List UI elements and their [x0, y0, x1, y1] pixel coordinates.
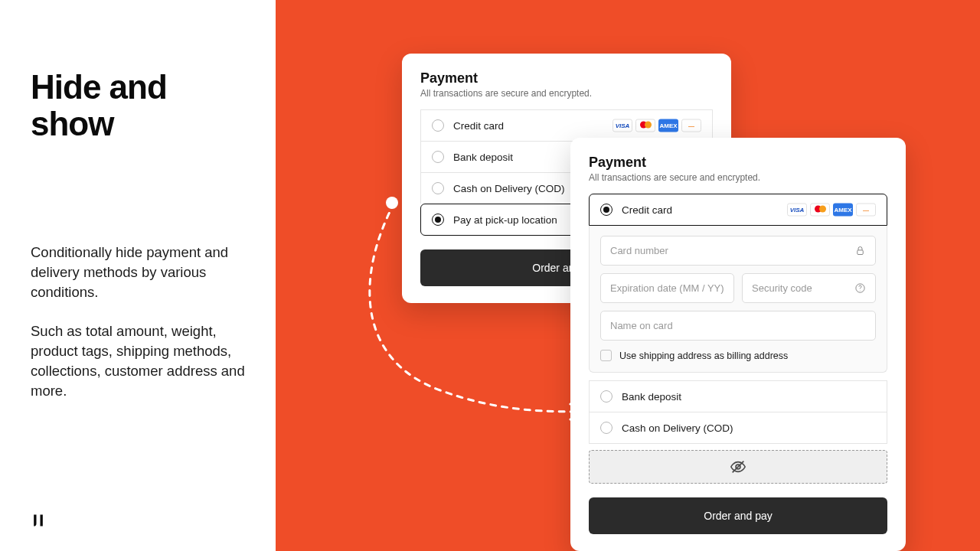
eye-off-icon — [730, 458, 746, 475]
payment-subtitle: All transactions are secure and encrypte… — [589, 172, 887, 183]
radio-icon — [600, 422, 612, 434]
hidden-payment-placeholder — [589, 450, 887, 484]
checkout-card-after: Payment All transactions are secure and … — [570, 138, 906, 551]
radio-icon — [432, 119, 444, 132]
mastercard-icon — [810, 204, 830, 217]
payment-option-cod[interactable]: Cash on Delivery (COD) — [589, 412, 887, 444]
payment-option-label: Cash on Delivery (COD) — [622, 422, 733, 434]
billing-address-checkbox[interactable]: Use shipping address as billing address — [600, 341, 876, 367]
radio-icon — [432, 214, 444, 226]
help-icon — [854, 282, 866, 294]
payment-option-label: Credit card — [453, 120, 504, 132]
card-number-field[interactable]: Card number — [600, 236, 876, 266]
visa-icon: VISA — [612, 119, 632, 132]
payment-option-label: Bank deposit — [622, 391, 681, 403]
svg-rect-0 — [858, 250, 864, 255]
amex-icon: AMEX — [658, 119, 678, 132]
radio-icon — [432, 182, 444, 194]
placeholder: Card number — [610, 245, 668, 256]
payment-title: Payment — [589, 155, 887, 171]
checkbox-icon — [600, 350, 612, 361]
checkbox-label: Use shipping address as billing address — [619, 350, 788, 361]
radio-icon — [432, 151, 444, 163]
placeholder: Security code — [752, 282, 812, 294]
discover-icon: — — [681, 119, 701, 132]
connector-start-dot — [386, 197, 398, 209]
placeholder: Name on card — [610, 320, 673, 331]
card-brand-icons: VISA AMEX — — [612, 119, 701, 132]
payment-title: Payment — [420, 70, 713, 86]
radio-icon — [600, 204, 612, 216]
payment-option-bank-deposit[interactable]: Bank deposit — [589, 380, 887, 412]
mastercard-icon — [635, 119, 655, 132]
card-brand-icons: VISA AMEX — — [787, 204, 876, 217]
credit-card-form: Card number Expiration date (MM / YY) Se… — [589, 225, 887, 373]
expiration-field[interactable]: Expiration date (MM / YY) — [600, 273, 734, 303]
headline: Hide and show — [31, 69, 245, 143]
radio-icon — [600, 390, 612, 403]
order-and-pay-button[interactable]: Order and pay — [589, 497, 887, 534]
payment-subtitle: All transactions are secure and encrypte… — [420, 88, 713, 99]
payment-option-credit-card[interactable]: Credit card VISA AMEX — — [589, 194, 887, 226]
placeholder: Expiration date (MM / YY) — [610, 282, 724, 294]
lock-icon — [854, 245, 866, 256]
amex-icon: AMEX — [833, 204, 853, 217]
payment-option-label: Credit card — [622, 204, 672, 216]
marketing-panel: Hide and show Conditionally hide payment… — [0, 0, 276, 551]
payment-option-credit-card[interactable]: Credit card VISA AMEX — — [420, 109, 713, 141]
security-code-field[interactable]: Security code — [742, 273, 876, 303]
brand-logo — [31, 513, 46, 528]
body-copy: Conditionally hide payment and delivery … — [31, 243, 245, 401]
discover-icon: — — [856, 204, 876, 217]
payment-option-label: Pay at pick-up location — [453, 214, 557, 226]
visa-icon: VISA — [787, 204, 807, 217]
name-on-card-field[interactable]: Name on card — [600, 311, 876, 341]
payment-option-label: Cash on Delivery (COD) — [453, 183, 565, 194]
svg-point-2 — [860, 290, 861, 291]
payment-option-label: Bank deposit — [453, 152, 513, 163]
